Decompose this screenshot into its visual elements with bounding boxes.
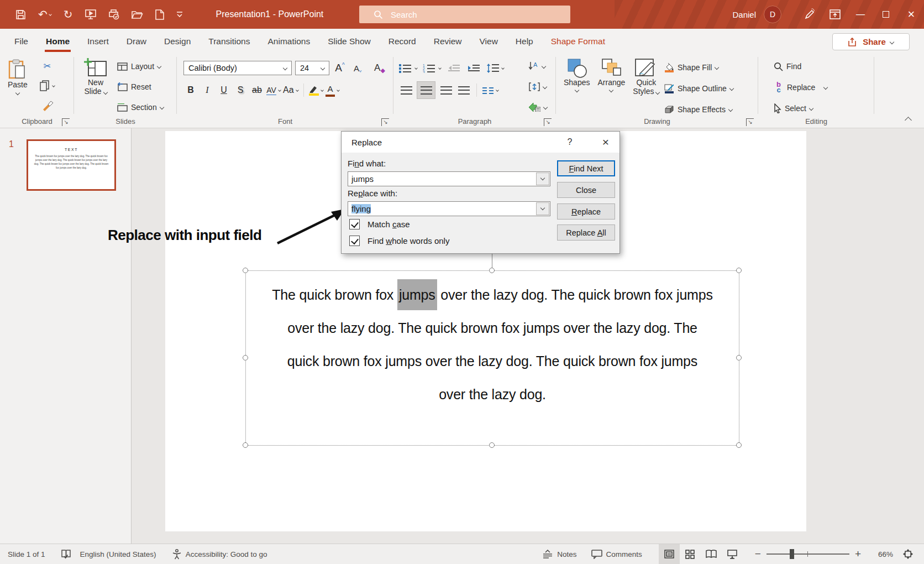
- quick-styles-button[interactable]: Quick Styles: [633, 58, 659, 96]
- align-center-button[interactable]: [417, 81, 435, 99]
- change-case-button[interactable]: Aa: [283, 82, 298, 98]
- tab-slide-show[interactable]: Slide Show: [322, 29, 376, 54]
- resize-handle-top-center[interactable]: [489, 268, 495, 273]
- italic-button[interactable]: I: [200, 82, 214, 98]
- collapse-ribbon-icon[interactable]: [905, 117, 912, 124]
- language-status[interactable]: English (United States): [80, 550, 156, 558]
- slide-info[interactable]: Slide 1 of 1: [8, 550, 45, 558]
- underline-button[interactable]: U: [217, 82, 231, 98]
- user-name[interactable]: Daniel: [732, 10, 756, 19]
- line-spacing-button[interactable]: [486, 60, 504, 76]
- reset-button[interactable]: Reset: [117, 79, 164, 95]
- bold-button[interactable]: B: [183, 82, 198, 98]
- strikethrough-button[interactable]: ab: [250, 82, 264, 98]
- shrink-font-button[interactable]: A^: [350, 60, 365, 76]
- find-next-button[interactable]: Find Next: [557, 160, 615, 176]
- shape-fill-button[interactable]: Shape Fill: [664, 59, 733, 76]
- open-icon[interactable]: [132, 10, 143, 19]
- accessibility-status[interactable]: Accessibility: Good to go: [172, 549, 267, 560]
- character-spacing-button[interactable]: AV: [266, 82, 281, 98]
- tab-record[interactable]: Record: [383, 29, 422, 54]
- shape-effects-button[interactable]: Shape Effects: [664, 101, 733, 118]
- decrease-indent-button[interactable]: [447, 60, 461, 76]
- whole-words-checkbox[interactable]: [349, 236, 360, 246]
- font-dialog-launcher-icon[interactable]: ↘: [381, 118, 389, 126]
- resize-handle-bottom-right[interactable]: [736, 442, 742, 448]
- align-left-button[interactable]: [399, 82, 413, 98]
- format-painter-icon[interactable]: [40, 98, 55, 113]
- replace-with-input[interactable]: flying: [348, 201, 550, 216]
- find-what-dropdown-button[interactable]: [536, 173, 549, 185]
- new-file-icon[interactable]: [155, 9, 164, 20]
- comments-button[interactable]: Comments: [591, 550, 642, 559]
- shapes-button[interactable]: Shapes: [564, 58, 590, 96]
- resize-handle-bottom-left[interactable]: [243, 442, 248, 448]
- shape-outline-button[interactable]: Shape Outline: [664, 80, 733, 97]
- zoom-slider-handle[interactable]: [790, 549, 794, 559]
- tab-review[interactable]: Review: [428, 29, 468, 54]
- font-name-combo[interactable]: Calibri (Body): [183, 61, 292, 75]
- font-color-button[interactable]: A: [326, 82, 340, 98]
- tab-insert[interactable]: Insert: [82, 29, 114, 54]
- clipboard-dialog-launcher-icon[interactable]: ↘: [62, 118, 70, 126]
- tab-design[interactable]: Design: [159, 29, 196, 54]
- zoom-in-button[interactable]: +: [855, 548, 861, 560]
- replace-button[interactable]: bc Replace: [774, 79, 827, 96]
- zoom-slider[interactable]: [767, 553, 849, 555]
- tab-view[interactable]: View: [474, 29, 503, 54]
- save-icon[interactable]: [15, 9, 26, 20]
- inking-pen-icon[interactable]: [797, 0, 822, 29]
- convert-smartart-button[interactable]: [529, 99, 547, 116]
- dialog-close-button[interactable]: ×: [592, 132, 620, 153]
- slide-sorter-view-button[interactable]: [680, 544, 701, 564]
- clear-formatting-button[interactable]: A◆: [372, 60, 387, 76]
- resize-handle-mid-right[interactable]: [736, 355, 742, 361]
- close-button[interactable]: ×: [899, 0, 924, 29]
- text-highlight-button[interactable]: [309, 82, 323, 98]
- paragraph-dialog-launcher-icon[interactable]: ↘: [544, 118, 552, 126]
- resize-handle-bottom-center[interactable]: [489, 442, 495, 448]
- justify-button[interactable]: [456, 82, 471, 98]
- maximize-button[interactable]: [873, 0, 899, 29]
- find-button[interactable]: Find: [774, 58, 827, 75]
- paste-button[interactable]: Paste: [8, 59, 28, 95]
- replace-with-dropdown-button[interactable]: [536, 202, 549, 215]
- avatar[interactable]: D: [764, 6, 781, 23]
- align-right-button[interactable]: [439, 82, 453, 98]
- replace-all-button[interactable]: Replace All: [557, 224, 615, 241]
- section-button[interactable]: Section: [117, 99, 164, 116]
- resize-handle-top-left[interactable]: [243, 268, 248, 273]
- numbering-button[interactable]: 123: [423, 60, 441, 76]
- normal-view-button[interactable]: [659, 544, 680, 564]
- resize-handle-top-right[interactable]: [736, 268, 742, 273]
- notes-button[interactable]: Notes: [542, 550, 576, 558]
- increase-indent-button[interactable]: [466, 60, 481, 76]
- undo-icon[interactable]: ↶: [38, 8, 51, 21]
- tab-home[interactable]: Home: [40, 29, 75, 54]
- tab-help[interactable]: Help: [510, 29, 539, 54]
- fit-to-window-button[interactable]: [897, 544, 918, 564]
- slideshow-view-button[interactable]: [722, 544, 743, 564]
- text-direction-button[interactable]: A: [529, 58, 545, 75]
- close-dialog-button[interactable]: Close: [557, 182, 615, 198]
- match-case-checkbox[interactable]: [349, 219, 360, 229]
- copy-icon[interactable]: [40, 78, 55, 93]
- customize-qat-icon[interactable]: [176, 11, 183, 18]
- tab-file[interactable]: File: [9, 29, 34, 54]
- tab-draw[interactable]: Draw: [121, 29, 152, 54]
- cut-icon[interactable]: ✂: [40, 58, 55, 74]
- text-shadow-button[interactable]: S: [233, 82, 248, 98]
- dialog-help-button[interactable]: ?: [559, 132, 581, 153]
- ribbon-display-options-icon[interactable]: [822, 0, 848, 29]
- arrange-button[interactable]: Arrange: [597, 58, 625, 96]
- layout-button[interactable]: Layout: [117, 58, 164, 75]
- tab-transitions[interactable]: Transitions: [203, 29, 255, 54]
- tab-shape-format[interactable]: Shape Format: [545, 29, 611, 54]
- grow-font-button[interactable]: A^: [333, 60, 347, 76]
- share-button[interactable]: Share: [832, 33, 910, 50]
- new-slide-button[interactable]: New Slide: [78, 58, 113, 96]
- redo-icon[interactable]: ↻: [64, 8, 73, 21]
- start-slideshow-icon[interactable]: [85, 9, 96, 19]
- reading-view-button[interactable]: [701, 544, 722, 564]
- columns-button[interactable]: [482, 82, 498, 98]
